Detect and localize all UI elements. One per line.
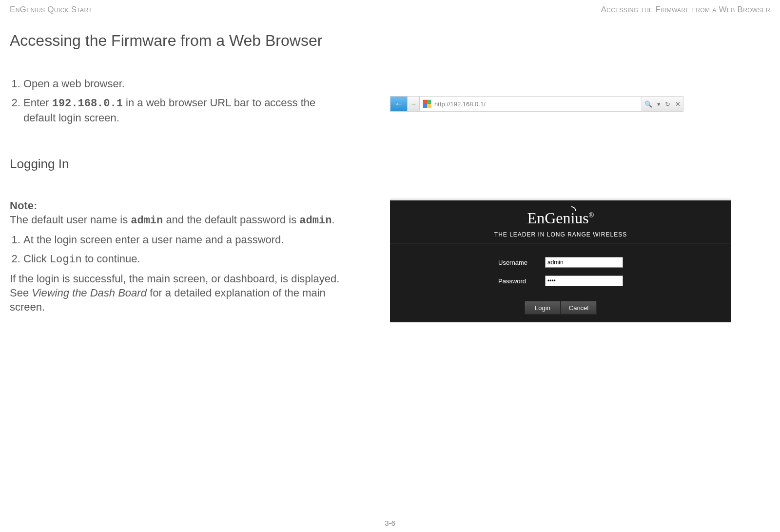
login-separator — [390, 243, 731, 243]
password-label: Password — [498, 277, 537, 285]
site-favicon-icon — [423, 99, 431, 108]
login-step-2-pre: Click — [23, 253, 50, 265]
header-right: Accessing the Firmware from a Web Browse… — [601, 5, 770, 15]
forward-arrow-icon: → — [410, 100, 417, 108]
address-field[interactable]: http://192.168.0.1/ — [420, 97, 642, 111]
access-step-1: Open a web browser. — [23, 77, 341, 91]
section-heading-logging-in: Logging In — [10, 157, 770, 172]
section-login-text: Note: The default user name is admin and… — [10, 198, 341, 319]
note-user: admin — [131, 215, 163, 227]
login-screenshot: EnGenius® THE LEADER IN LONG RANGE WIREL… — [390, 198, 731, 322]
access-step-2-ip: 192.168.0.1 — [52, 98, 123, 110]
login-step-2-post: to continue. — [82, 253, 140, 265]
access-steps: Open a web browser. Enter 192.168.0.1 in… — [10, 77, 341, 125]
search-icon[interactable]: 🔍 — [644, 100, 653, 108]
note-pass: admin — [299, 215, 332, 227]
back-button[interactable]: ← — [390, 97, 408, 111]
username-input[interactable] — [545, 257, 623, 268]
section-access: Open a web browser. Enter 192.168.0.1 in… — [10, 77, 770, 130]
login-step-2: Click Login to continue. — [23, 252, 341, 267]
section-access-text: Open a web browser. Enter 192.168.0.1 in… — [10, 77, 341, 130]
login-form: Username Password — [498, 257, 623, 294]
brand-text-i: i — [570, 209, 575, 227]
page: EnGenius Quick Start Accessing the Firmw… — [0, 0, 780, 532]
login-result-italic: Viewing the Dash Board — [32, 287, 147, 299]
password-input[interactable] — [545, 276, 623, 286]
brand-tagline: THE LEADER IN LONG RANGE WIRELESS — [390, 227, 731, 243]
note-mid: and the default password is — [163, 214, 299, 226]
access-step-2: Enter 192.168.0.1 in a web browser URL b… — [23, 96, 341, 125]
login-result-para: If the login is successful, the main scr… — [10, 272, 341, 314]
urlbar-figure: ← → http://192.168.0.1/ 🔍 ▾ ↻ ✕ — [390, 77, 770, 112]
stop-icon[interactable]: ✕ — [674, 100, 682, 108]
login-step-2-code: Login — [50, 254, 82, 266]
refresh-icon[interactable]: ↻ — [664, 100, 671, 108]
header-left: EnGenius Quick Start — [10, 5, 92, 15]
brand-text-post: us — [575, 209, 588, 227]
urlbar-tools: 🔍 ▾ ↻ ✕ — [642, 97, 683, 111]
login-figure: EnGenius® THE LEADER IN LONG RANGE WIREL… — [390, 198, 770, 322]
note-block: Note: The default user name is admin and… — [10, 198, 341, 228]
cancel-button[interactable]: Cancel — [561, 301, 597, 315]
note-end: . — [332, 214, 334, 226]
dropdown-icon[interactable]: ▾ — [656, 100, 662, 108]
browser-urlbar: ← → http://192.168.0.1/ 🔍 ▾ ↻ ✕ — [390, 96, 683, 112]
back-arrow-icon: ← — [394, 99, 403, 109]
page-title: Accessing the Firmware from a Web Browse… — [10, 32, 770, 50]
page-number: 3-6 — [0, 519, 780, 527]
password-row: Password — [498, 276, 623, 286]
username-label: Username — [498, 259, 537, 266]
access-step-2-pre: Enter — [23, 97, 52, 109]
forward-button[interactable]: → — [408, 97, 420, 111]
login-button[interactable]: Login — [525, 301, 561, 315]
login-step-1: At the login screen enter a user name an… — [23, 233, 341, 247]
login-steps: At the login screen enter a user name an… — [10, 233, 341, 267]
login-buttons: Login Cancel — [390, 294, 731, 322]
note-pre: The default user name is — [10, 214, 131, 226]
note-label: Note: — [10, 199, 37, 212]
section-login: Note: The default user name is admin and… — [10, 198, 770, 322]
brand-logo: EnGenius® — [390, 200, 731, 227]
brand-registered-icon: ® — [589, 212, 594, 219]
address-text: http://192.168.0.1/ — [434, 100, 486, 108]
brand-text-pre: EnGen — [527, 209, 571, 227]
running-header: EnGenius Quick Start Accessing the Firmw… — [10, 5, 770, 15]
username-row: Username — [498, 257, 623, 268]
